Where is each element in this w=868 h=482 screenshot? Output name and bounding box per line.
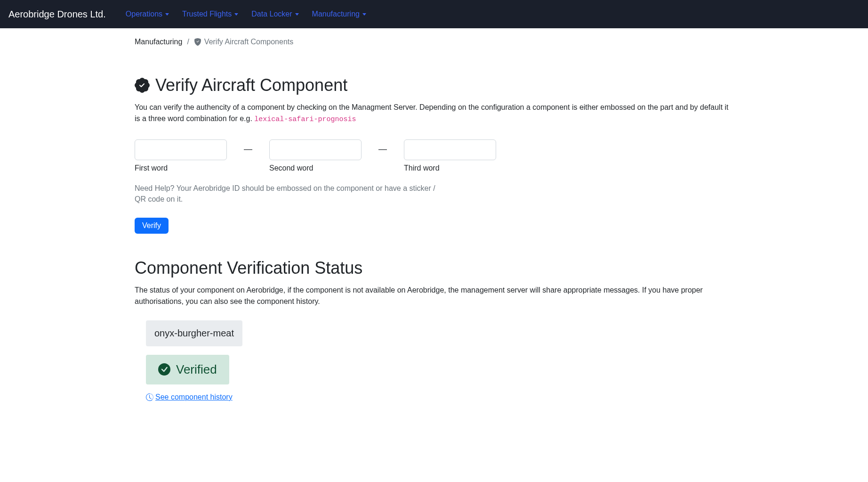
status-description: The status of your component on Aerobrid… bbox=[135, 285, 733, 307]
nav-operations-label: Operations bbox=[126, 10, 162, 18]
status-title: Component Verification Status bbox=[135, 258, 733, 278]
verified-label: Verified bbox=[176, 362, 217, 377]
nav-data-locker[interactable]: Data Locker bbox=[245, 6, 305, 22]
nav-operations[interactable]: Operations bbox=[119, 6, 176, 22]
caret-down-icon bbox=[165, 13, 169, 16]
page-title-text: Verify Aircraft Component bbox=[155, 75, 347, 95]
input-separator: — bbox=[227, 139, 269, 154]
component-code-chip: onyx-burgher-meat bbox=[146, 320, 242, 346]
status-column: onyx-burgher-meat Verified See component… bbox=[146, 320, 733, 401]
nav-manufacturing[interactable]: Manufacturing bbox=[305, 6, 373, 22]
caret-down-icon bbox=[362, 13, 366, 16]
verify-input-row: First word — Second word — Third word bbox=[135, 139, 733, 172]
breadcrumb: Manufacturing / Verify Aircraft Componen… bbox=[135, 28, 733, 51]
input-separator: — bbox=[362, 139, 404, 154]
verified-alert: Verified bbox=[146, 355, 229, 384]
second-word-label: Second word bbox=[269, 164, 362, 172]
component-history-link[interactable]: See component history bbox=[146, 393, 233, 401]
nav-trusted-flights[interactable]: Trusted Flights bbox=[176, 6, 245, 22]
second-word-input[interactable] bbox=[269, 139, 362, 160]
nav-trusted-flights-label: Trusted Flights bbox=[182, 10, 232, 18]
breadcrumb-root[interactable]: Manufacturing bbox=[135, 38, 182, 46]
component-history-label: See component history bbox=[155, 393, 233, 401]
nav-data-locker-label: Data Locker bbox=[251, 10, 292, 18]
verified-badge-icon bbox=[194, 38, 201, 46]
breadcrumb-current: Verify Aircraft Components bbox=[194, 38, 293, 46]
first-word-label: First word bbox=[135, 164, 227, 172]
brand-link[interactable]: Aerobridge Drones Ltd. bbox=[8, 9, 106, 20]
patch-check-icon bbox=[135, 78, 150, 93]
breadcrumb-current-label: Verify Aircraft Components bbox=[204, 38, 293, 46]
verify-description-text: You can verify the authencity of a compo… bbox=[135, 103, 729, 123]
clock-history-icon bbox=[146, 393, 153, 401]
verify-description: You can verify the authencity of a compo… bbox=[135, 102, 733, 125]
caret-down-icon bbox=[295, 13, 299, 16]
third-word-label: Third word bbox=[404, 164, 496, 172]
navbar: Aerobridge Drones Ltd. Operations Truste… bbox=[0, 0, 868, 28]
help-text: Need Help? Your Aerobridge ID should be … bbox=[135, 183, 436, 204]
breadcrumb-separator: / bbox=[182, 38, 193, 46]
page-title: Verify Aircraft Component bbox=[135, 75, 733, 95]
third-word-input[interactable] bbox=[404, 139, 496, 160]
verify-description-code: lexical-safari-prognosis bbox=[254, 115, 356, 123]
caret-down-icon bbox=[234, 13, 238, 16]
first-word-input[interactable] bbox=[135, 139, 227, 160]
nav-manufacturing-label: Manufacturing bbox=[312, 10, 360, 18]
check-circle-icon bbox=[158, 363, 170, 376]
verify-button[interactable]: Verify bbox=[135, 218, 169, 234]
